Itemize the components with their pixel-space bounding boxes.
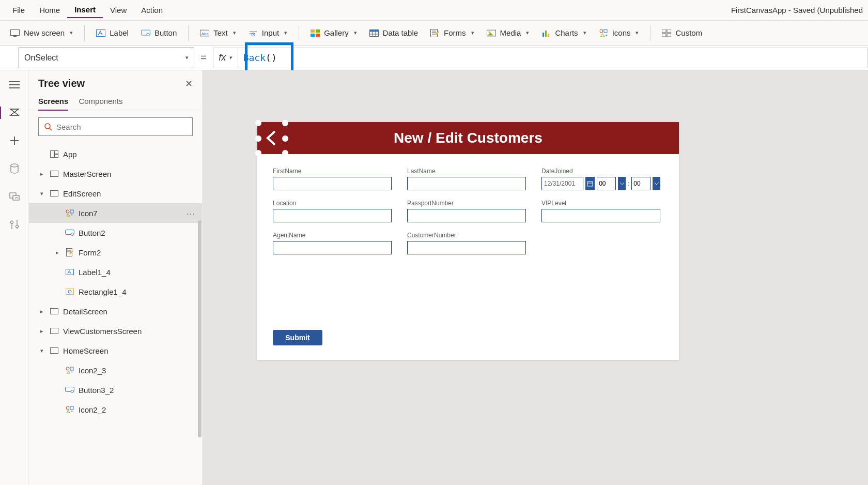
menu-home[interactable]: Home xyxy=(32,3,67,18)
edit-screen-canvas[interactable]: New / Edit Customers FirstName LastName … xyxy=(257,122,679,360)
button-button[interactable]: Button xyxy=(136,25,182,41)
separator xyxy=(84,25,85,41)
caret-icon[interactable]: ▸ xyxy=(38,171,45,177)
time-colon: : xyxy=(628,180,629,187)
back-arrow-icon[interactable] xyxy=(265,129,280,147)
input-lastname[interactable] xyxy=(407,177,526,190)
date-input[interactable]: 12/31/2001 xyxy=(541,177,583,190)
charts-button[interactable]: Charts ▾ xyxy=(536,25,591,41)
new-screen-button[interactable]: New screen ▾ xyxy=(5,25,78,41)
tree-item-icon2_2[interactable]: +Icon2_2 xyxy=(29,400,202,419)
handle-icon[interactable] xyxy=(282,120,288,126)
tree-item-masterscreen[interactable]: ▸MasterScreen xyxy=(29,164,202,184)
screen-icon xyxy=(50,346,59,355)
text-button[interactable]: Abc Text ▾ xyxy=(195,25,241,41)
settings-rail-icon[interactable] xyxy=(7,217,22,232)
tab-components[interactable]: Components xyxy=(79,97,122,111)
button-btn-label: Button xyxy=(154,28,177,37)
chevron-down-icon: ▾ xyxy=(185,54,189,61)
handle-icon[interactable] xyxy=(255,120,261,126)
svg-point-66 xyxy=(68,290,71,293)
fx-button[interactable]: fx ▾ xyxy=(213,48,238,68)
scrollbar-thumb[interactable] xyxy=(198,220,202,437)
handle-icon[interactable] xyxy=(255,135,261,142)
label-button[interactable]: Label xyxy=(91,25,134,41)
svg-point-4 xyxy=(147,33,149,36)
forms-icon xyxy=(430,28,440,38)
caret-icon[interactable]: ▸ xyxy=(38,328,45,335)
svg-point-26 xyxy=(488,31,490,33)
tree-item-rectangle1_4[interactable]: Rectangle1_4 xyxy=(29,282,202,301)
hamburger-icon[interactable] xyxy=(7,78,22,92)
minute-value: 00 xyxy=(633,180,640,187)
tree-item-homescreen[interactable]: ▾HomeScreen xyxy=(29,341,202,360)
gallery-button[interactable]: Gallery ▾ xyxy=(305,25,362,41)
forms-btn-label: Forms xyxy=(444,28,466,37)
caret-icon[interactable]: ▾ xyxy=(38,190,45,197)
tree-item-button2[interactable]: Button2 xyxy=(29,223,202,242)
icons-button[interactable]: + Icons ▾ xyxy=(594,25,644,41)
tree-item-editscreen[interactable]: ▾EditScreen xyxy=(29,184,202,203)
svg-text:+: + xyxy=(71,410,73,413)
tree-item-detailscreen[interactable]: ▸DetailScreen xyxy=(29,301,202,321)
input-agent[interactable] xyxy=(273,241,392,254)
tree-item-icon2_3[interactable]: +Icon2_3 xyxy=(29,360,202,380)
screen-icon xyxy=(10,28,20,38)
handle-icon[interactable] xyxy=(282,150,288,156)
tab-screens[interactable]: Screens xyxy=(38,97,68,111)
formula-function: Back xyxy=(243,52,266,63)
menu-action[interactable]: Action xyxy=(134,3,170,18)
menu-insert[interactable]: Insert xyxy=(67,2,103,18)
forms-button[interactable]: Forms ▾ xyxy=(425,25,479,41)
icon-icon: + xyxy=(65,208,74,218)
tree-item-app[interactable]: App xyxy=(29,144,202,164)
caret-icon[interactable]: ▾ xyxy=(38,347,45,354)
tree-item-viewcustomersscreen[interactable]: ▸ViewCustomersScreen xyxy=(29,321,202,341)
input-firstname[interactable] xyxy=(273,177,392,190)
menu-view[interactable]: View xyxy=(103,3,134,18)
calendar-icon[interactable] xyxy=(585,177,595,190)
tree-item-button3_2[interactable]: Button3_2 xyxy=(29,380,202,400)
selection-handles[interactable] xyxy=(257,122,286,154)
tree-item-label1_4[interactable]: Label1_4 xyxy=(29,262,202,282)
datatable-icon xyxy=(369,28,379,38)
input-button[interactable]: Input ▾ xyxy=(243,25,292,41)
chevron-down-icon: ▾ xyxy=(354,29,357,36)
data-icon[interactable] xyxy=(7,161,22,176)
hour-dropdown[interactable]: 00 xyxy=(597,177,616,190)
media-rail-icon[interactable] xyxy=(7,189,22,204)
input-custnum[interactable] xyxy=(407,241,526,254)
handle-icon[interactable] xyxy=(255,150,261,156)
property-selector[interactable]: OnSelect ▾ xyxy=(19,48,194,68)
caret-icon[interactable]: ▸ xyxy=(54,249,61,256)
tree-item-icon7[interactable]: +Icon7··· xyxy=(29,203,202,223)
custom-button[interactable]: Custom xyxy=(657,25,707,41)
treeview-icon[interactable] xyxy=(7,105,22,120)
input-passport[interactable] xyxy=(407,209,526,222)
tree-item-form2[interactable]: ▸Form2 xyxy=(29,242,202,262)
caret-icon[interactable]: ▸ xyxy=(38,308,45,315)
screen-icon xyxy=(50,169,59,178)
chevron-down-icon[interactable] xyxy=(653,177,660,190)
input-vip[interactable] xyxy=(541,209,660,222)
media-button[interactable]: Media ▾ xyxy=(482,25,535,41)
menu-file[interactable]: File xyxy=(5,3,32,18)
input-location[interactable] xyxy=(273,209,392,222)
close-icon[interactable]: ✕ xyxy=(185,78,193,89)
more-icon[interactable]: ··· xyxy=(186,209,196,218)
chevron-down-icon[interactable] xyxy=(618,177,626,190)
handle-icon[interactable] xyxy=(282,135,288,142)
label-btn-label: Label xyxy=(110,28,129,37)
formula-parentheses: () xyxy=(266,52,277,63)
tree-search-box[interactable] xyxy=(38,117,193,136)
add-icon[interactable] xyxy=(7,133,22,148)
button-icon xyxy=(65,385,74,395)
formula-bar-input[interactable]: Back() xyxy=(238,48,868,68)
submit-button[interactable]: Submit xyxy=(273,330,322,345)
label-location: Location xyxy=(273,200,392,207)
minute-dropdown[interactable]: 00 xyxy=(631,177,650,190)
datatable-button[interactable]: Data table xyxy=(364,25,423,41)
svg-point-74 xyxy=(71,390,74,393)
tree-search-input[interactable] xyxy=(56,123,187,131)
tree-item-label: Form2 xyxy=(79,248,101,257)
